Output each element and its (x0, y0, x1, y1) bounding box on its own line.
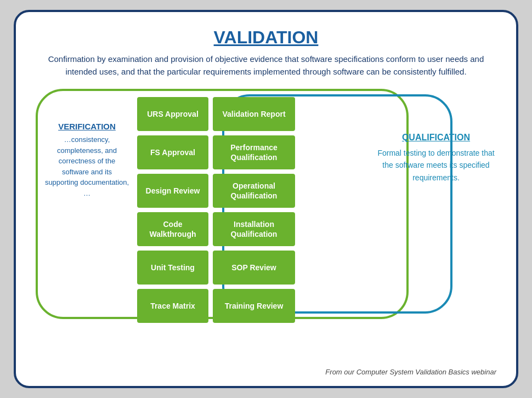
diagram-area: VERIFICATION …consistency, completeness,… (36, 89, 496, 363)
left-box-2: Design Review (137, 174, 208, 208)
verification-text: …consistency, completeness, and correctn… (44, 134, 129, 198)
verification-title: VERIFICATION (44, 122, 129, 131)
right-box-2: Operational Qualification (213, 174, 295, 208)
verification-block: VERIFICATION …consistency, completeness,… (44, 122, 129, 198)
left-box-1: FS Approval (137, 135, 208, 169)
left-box-3: Code Walkthrough (137, 212, 208, 246)
qualification-block: QUALIFICATION Formal testing to demonstr… (376, 133, 496, 184)
qualification-text: Formal testing to demonstrate that the s… (376, 147, 496, 184)
right-box-5: Training Review (213, 289, 295, 323)
right-box-0: Validation Report (213, 97, 295, 131)
left-box-5: Trace Matrix (137, 289, 208, 323)
subtitle-text: Confirmation by examination and provisio… (36, 53, 496, 78)
right-box-4: SOP Review (213, 251, 295, 285)
right-box-1: Performance Qualification (213, 135, 295, 169)
page-title: VALIDATION (36, 27, 496, 48)
boxes-grid: URS ApprovalValidation ReportFS Approval… (137, 97, 295, 323)
left-box-0: URS Approval (137, 97, 208, 131)
outer-card: VALIDATION Confirmation by examination a… (14, 10, 518, 388)
qualification-title: QUALIFICATION (376, 133, 496, 143)
right-box-3: Installation Qualification (213, 212, 295, 246)
left-box-4: Unit Testing (137, 251, 208, 285)
footer-text: From our Computer System Validation Basi… (36, 368, 496, 376)
